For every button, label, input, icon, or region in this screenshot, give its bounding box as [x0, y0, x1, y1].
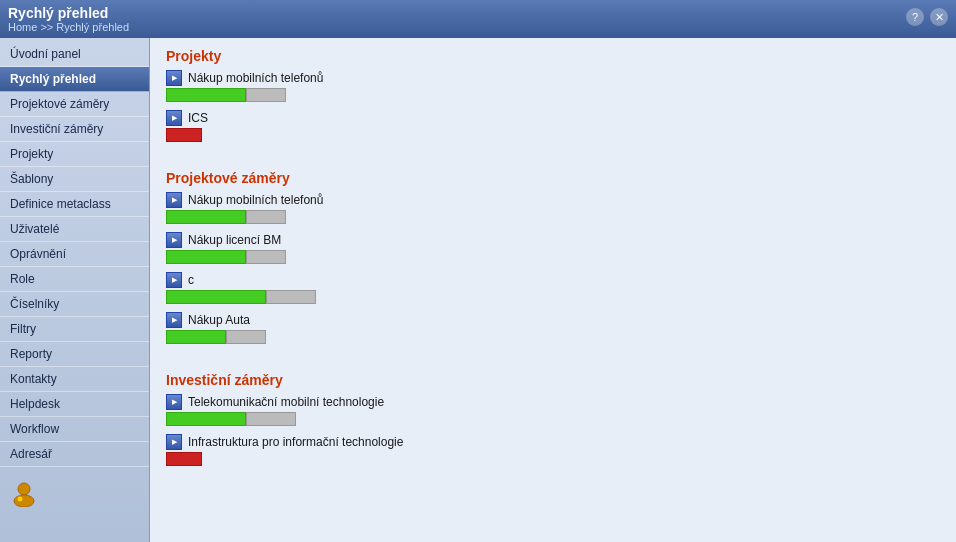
main-layout: Úvodní panel Rychlý přehled Projektové z…	[0, 38, 956, 542]
sidebar-item-kontakty[interactable]: Kontakty	[0, 367, 149, 392]
projekt-ics: ICS	[166, 110, 940, 142]
pz-c-progress	[166, 290, 940, 304]
projekt-ics-name: ICS	[188, 111, 208, 125]
logout-icon[interactable]: ✕	[930, 8, 948, 26]
projekt-ics-icon[interactable]	[166, 110, 182, 126]
svg-point-1	[14, 495, 34, 507]
pz-nakup-licenci-icon[interactable]	[166, 232, 182, 248]
projekt-nakup-mobil-progress	[166, 88, 940, 102]
progress-gray	[226, 330, 266, 344]
pz-nakup-mobil-progress	[166, 210, 940, 224]
projekt-ics-progress	[166, 128, 940, 142]
pz-c-header: c	[166, 272, 940, 288]
pz-nakup-licenci-name: Nákup licencí BM	[188, 233, 281, 247]
header: Rychlý přehled Home >> Rychlý přehled	[0, 0, 956, 38]
iz-telekomunikacni-name: Telekomunikační mobilní technologie	[188, 395, 384, 409]
progress-green	[166, 250, 246, 264]
sidebar-item-adresar[interactable]: Adresář	[0, 442, 149, 467]
user-icon	[10, 479, 38, 507]
progress-gray	[246, 88, 286, 102]
projektove-zamery-title: Projektové záměry	[166, 170, 940, 186]
sidebar-item-role[interactable]: Role	[0, 267, 149, 292]
progress-green	[166, 210, 246, 224]
pz-nakup-mobil-header: Nákup mobilních telefonů	[166, 192, 940, 208]
progress-green	[166, 290, 266, 304]
sidebar-item-ciselníky[interactable]: Číselníky	[0, 292, 149, 317]
progress-green	[166, 88, 246, 102]
svg-point-0	[18, 483, 30, 495]
iz-infrastruktura: Infrastruktura pro informační technologi…	[166, 434, 940, 466]
sidebar-item-helpdesk[interactable]: Helpdesk	[0, 392, 149, 417]
pz-nakup-auta: Nákup Auta	[166, 312, 940, 344]
iz-infrastruktura-header: Infrastruktura pro informační technologi…	[166, 434, 940, 450]
projekty-title: Projekty	[166, 48, 940, 64]
iz-infrastruktura-name: Infrastruktura pro informační technologi…	[188, 435, 403, 449]
sidebar-item-uvodní-panel[interactable]: Úvodní panel	[0, 42, 149, 67]
sidebar-item-sablony[interactable]: Šablony	[0, 167, 149, 192]
pz-c: c	[166, 272, 940, 304]
progress-gray	[246, 250, 286, 264]
pz-nakup-licenci-header: Nákup licencí BM	[166, 232, 940, 248]
help-icon[interactable]: ?	[906, 8, 924, 26]
progress-gray	[246, 210, 286, 224]
investicni-zamery-title: Investiční záměry	[166, 372, 940, 388]
sidebar-item-projektove-zamery[interactable]: Projektové záměry	[0, 92, 149, 117]
sidebar-item-uzivatele[interactable]: Uživatelé	[0, 217, 149, 242]
pz-nakup-mobil: Nákup mobilních telefonů	[166, 192, 940, 224]
progress-gray	[266, 290, 316, 304]
breadcrumb-current: Rychlý přehled	[56, 21, 129, 33]
sidebar-bottom-icon	[0, 473, 149, 516]
breadcrumb-separator: >>	[40, 21, 56, 33]
progress-green	[166, 330, 226, 344]
pz-nakup-auta-name: Nákup Auta	[188, 313, 250, 327]
projekt-nakup-mobil-icon[interactable]	[166, 70, 182, 86]
main-content: Projekty Nákup mobilních telefonů ICS Pr…	[150, 38, 956, 542]
pz-nakup-auta-icon[interactable]	[166, 312, 182, 328]
projekt-nakup-mobil: Nákup mobilních telefonů	[166, 70, 940, 102]
pz-c-icon[interactable]	[166, 272, 182, 288]
sidebar-item-investicni-zamery[interactable]: Investiční záměry	[0, 117, 149, 142]
pz-nakup-licenci: Nákup licencí BM	[166, 232, 940, 264]
progress-red	[166, 452, 202, 466]
progress-green	[166, 412, 246, 426]
sidebar: Úvodní panel Rychlý přehled Projektové z…	[0, 38, 150, 542]
sidebar-item-definice-metaclass[interactable]: Definice metaclass	[0, 192, 149, 217]
iz-telekomunikacni: Telekomunikační mobilní technologie	[166, 394, 940, 426]
header-title: Rychlý přehled	[8, 5, 948, 21]
sidebar-item-opravneni[interactable]: Oprávnění	[0, 242, 149, 267]
breadcrumb: Home >> Rychlý přehled	[8, 21, 948, 33]
projekt-ics-header: ICS	[166, 110, 940, 126]
breadcrumb-home: Home	[8, 21, 37, 33]
pz-c-name: c	[188, 273, 194, 287]
pz-nakup-auta-progress	[166, 330, 940, 344]
sidebar-item-workflow[interactable]: Workflow	[0, 417, 149, 442]
pz-nakup-auta-header: Nákup Auta	[166, 312, 940, 328]
divider-2	[166, 352, 940, 362]
iz-telekomunikacni-icon[interactable]	[166, 394, 182, 410]
progress-gray	[246, 412, 296, 426]
sidebar-item-reporty[interactable]: Reporty	[0, 342, 149, 367]
progress-red	[166, 128, 202, 142]
pz-nakup-licenci-progress	[166, 250, 940, 264]
divider-1	[166, 150, 940, 160]
svg-point-2	[17, 496, 23, 502]
projekt-nakup-mobil-header: Nákup mobilních telefonů	[166, 70, 940, 86]
sidebar-item-rychly-prehled[interactable]: Rychlý přehled	[0, 67, 149, 92]
iz-infrastruktura-icon[interactable]	[166, 434, 182, 450]
header-icons: ? ✕	[906, 8, 948, 26]
iz-infrastruktura-progress	[166, 452, 940, 466]
sidebar-item-projekty[interactable]: Projekty	[0, 142, 149, 167]
pz-nakup-mobil-icon[interactable]	[166, 192, 182, 208]
projekt-nakup-mobil-name: Nákup mobilních telefonů	[188, 71, 323, 85]
pz-nakup-mobil-name: Nákup mobilních telefonů	[188, 193, 323, 207]
sidebar-item-filtry[interactable]: Filtry	[0, 317, 149, 342]
iz-telekomunikacni-progress	[166, 412, 940, 426]
iz-telekomunikacni-header: Telekomunikační mobilní technologie	[166, 394, 940, 410]
